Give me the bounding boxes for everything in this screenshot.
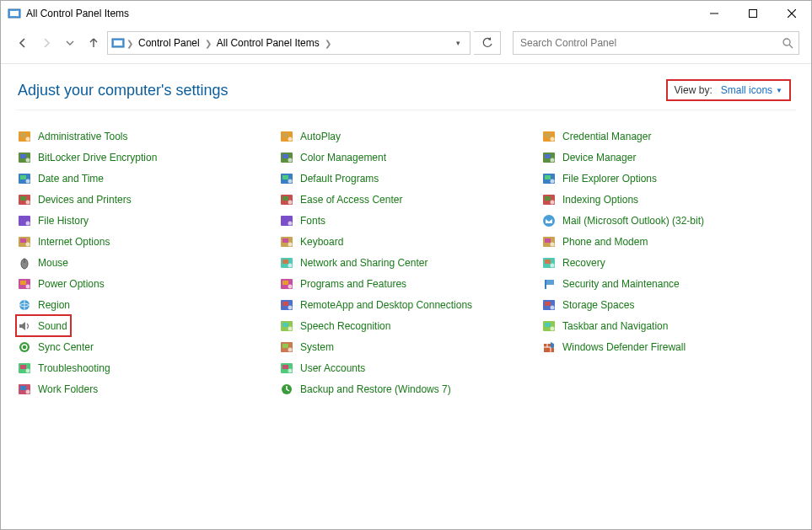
bitlocker-icon xyxy=(18,151,31,164)
control-panel-item[interactable]: Speech Recognition xyxy=(278,315,534,336)
control-panel-item[interactable]: BitLocker Drive Encryption xyxy=(16,147,272,168)
svg-point-55 xyxy=(288,221,293,225)
control-panel-item[interactable]: Keyboard xyxy=(278,231,534,252)
storage-spaces-icon xyxy=(542,298,556,312)
breadcrumb-all-items[interactable]: All Control Panel Items xyxy=(213,32,323,54)
phone-modem-icon xyxy=(542,235,556,249)
control-panel-item[interactable]: Administrative Tools xyxy=(16,126,272,147)
control-panel-item[interactable]: AutoPlay xyxy=(278,126,534,147)
autoplay-icon xyxy=(280,130,293,143)
control-panel-item[interactable]: Ease of Access Center xyxy=(278,189,534,210)
item-label: Storage Spaces xyxy=(562,299,634,311)
control-panel-item[interactable]: Taskbar and Navigation xyxy=(540,315,796,336)
control-panel-item[interactable]: Internet Options xyxy=(16,231,272,252)
control-panel-item[interactable]: Network and Sharing Center xyxy=(278,252,534,273)
svg-rect-85 xyxy=(545,175,551,179)
control-panel-item[interactable]: Fonts xyxy=(278,210,534,231)
search-input[interactable] xyxy=(519,36,782,50)
devices-printers-icon xyxy=(18,193,31,206)
svg-rect-79 xyxy=(545,133,551,137)
maximize-button[interactable] xyxy=(734,1,772,26)
backup-restore-icon xyxy=(280,383,293,396)
forward-button[interactable] xyxy=(36,33,56,53)
svg-rect-1 xyxy=(10,11,19,16)
control-panel-item[interactable]: Mouse xyxy=(16,252,272,273)
control-panel-item[interactable]: Troubleshooting xyxy=(16,357,272,378)
control-panel-item[interactable]: Color Management xyxy=(278,147,534,168)
item-label: Sound xyxy=(38,320,67,332)
control-panel-item[interactable]: RemoteApp and Desktop Connections xyxy=(278,294,534,315)
control-panel-item[interactable]: Security and Maintenance xyxy=(540,273,796,294)
network-sharing-icon xyxy=(280,256,293,270)
control-panel-item[interactable]: Credential Manager xyxy=(540,126,796,147)
item-label: Ease of Access Center xyxy=(300,194,402,206)
address-bar[interactable]: ❯ Control Panel ❯ All Control Panel Item… xyxy=(107,31,471,55)
view-by-selector[interactable]: View by: Small icons ▼ xyxy=(666,79,791,101)
svg-point-46 xyxy=(288,158,293,162)
control-panel-item[interactable]: Mail (Microsoft Outlook) (32-bit) xyxy=(540,210,796,231)
svg-point-61 xyxy=(288,263,293,267)
control-panel-item[interactable]: Programs and Features xyxy=(278,273,534,294)
refresh-button[interactable] xyxy=(474,31,501,55)
address-history-dropdown[interactable]: ▾ xyxy=(449,39,466,47)
view-by-value[interactable]: Small icons ▼ xyxy=(721,84,782,96)
control-panel-item[interactable]: Region xyxy=(16,294,272,315)
security-maintenance-icon xyxy=(542,277,556,291)
control-panel-item[interactable]: Backup and Restore (Windows 7) xyxy=(278,378,534,399)
search-box[interactable] xyxy=(513,31,799,55)
svg-point-15 xyxy=(26,158,30,162)
fonts-icon xyxy=(280,214,293,228)
work-folders-icon xyxy=(18,383,31,396)
recent-locations-button[interactable] xyxy=(60,33,80,53)
svg-rect-97 xyxy=(546,280,554,285)
chevron-right-icon[interactable]: ❯ xyxy=(203,39,213,48)
svg-rect-42 xyxy=(282,133,288,137)
mouse-icon xyxy=(18,256,31,270)
control-panel-item[interactable]: Recovery xyxy=(540,252,796,273)
item-label: User Accounts xyxy=(300,362,365,374)
user-accounts-icon xyxy=(280,361,293,375)
svg-point-49 xyxy=(288,179,293,183)
ease-of-access-icon xyxy=(280,193,293,206)
control-panel-icon xyxy=(8,7,21,20)
control-panel-item[interactable]: Storage Spaces xyxy=(540,294,796,315)
control-panel-item[interactable]: System xyxy=(278,336,534,357)
control-panel-item[interactable]: Sync Center xyxy=(16,336,272,357)
item-label: File Explorer Options xyxy=(562,173,657,185)
svg-point-103 xyxy=(551,326,555,330)
control-panel-item[interactable]: Sound xyxy=(16,315,71,336)
control-panel-item[interactable]: Date and Time xyxy=(16,168,272,189)
control-panel-item[interactable]: Work Folders xyxy=(16,378,272,399)
control-panel-item[interactable]: File History xyxy=(16,210,272,231)
svg-rect-26 xyxy=(20,238,26,243)
control-panel-item[interactable]: Default Programs xyxy=(278,168,534,189)
control-panel-item[interactable]: Device Manager xyxy=(540,147,796,168)
minimize-button[interactable] xyxy=(695,1,734,26)
svg-point-80 xyxy=(551,137,555,141)
chevron-right-icon[interactable]: ❯ xyxy=(125,39,135,48)
content-header: Adjust your computer's settings View by:… xyxy=(1,64,811,110)
control-panel-item[interactable]: Windows Defender Firewall xyxy=(540,336,796,357)
breadcrumb-control-panel[interactable]: Control Panel xyxy=(135,32,203,54)
admin-tools-icon xyxy=(18,130,31,143)
up-button[interactable] xyxy=(83,33,104,53)
chevron-right-icon[interactable]: ❯ xyxy=(323,39,333,48)
control-panel-item[interactable]: Devices and Printers xyxy=(16,189,272,210)
control-panel-item[interactable]: Indexing Options xyxy=(540,189,796,210)
svg-point-73 xyxy=(288,347,293,351)
control-panel-item[interactable]: User Accounts xyxy=(278,357,534,378)
item-label: Programs and Features xyxy=(300,278,406,290)
svg-point-32 xyxy=(26,284,30,288)
file-explorer-options-icon xyxy=(542,172,556,185)
control-panel-item[interactable]: Power Options xyxy=(16,273,272,294)
control-panel-item[interactable]: Phone and Modem xyxy=(540,231,796,252)
svg-rect-17 xyxy=(20,175,26,179)
item-label: Default Programs xyxy=(300,173,379,185)
control-panel-item[interactable]: File Explorer Options xyxy=(540,168,796,189)
taskbar-navigation-icon xyxy=(542,319,556,333)
keyboard-icon xyxy=(280,235,293,249)
close-button[interactable] xyxy=(772,1,811,26)
search-icon[interactable] xyxy=(782,38,793,49)
back-button[interactable] xyxy=(13,33,33,53)
indexing-options-icon xyxy=(542,193,556,206)
